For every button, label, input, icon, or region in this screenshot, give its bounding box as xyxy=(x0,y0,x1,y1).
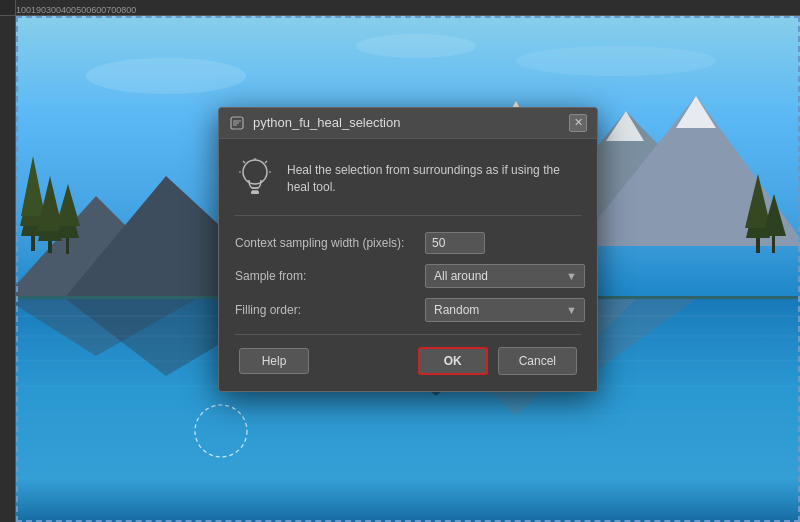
context-control xyxy=(425,232,581,254)
svg-point-2 xyxy=(356,34,476,58)
ruler-tick: 500 xyxy=(76,5,91,15)
svg-point-0 xyxy=(86,58,246,94)
filling-select[interactable]: Random Consecutive xyxy=(425,298,585,322)
ruler-tick: 100 xyxy=(16,5,31,15)
ok-button[interactable]: OK xyxy=(418,347,488,375)
separator xyxy=(235,334,581,335)
svg-marker-23 xyxy=(56,184,80,226)
svg-marker-11 xyxy=(676,96,716,128)
canvas-area: python_fu_heal_selection ✕ xyxy=(0,16,800,522)
description-text: Heal the selection from surroundings as … xyxy=(287,162,581,196)
sample-select-wrapper: All around Above and below Left and righ… xyxy=(425,264,585,288)
dialog-description-row: Heal the selection from surroundings as … xyxy=(235,155,581,216)
filling-label: Filling order: xyxy=(235,303,425,317)
svg-rect-48 xyxy=(251,191,259,194)
svg-line-50 xyxy=(265,161,267,163)
context-label: Context sampling width (pixels): xyxy=(235,236,425,250)
ruler-top: 100 190 300 400 500 600 700 800 xyxy=(0,0,800,16)
ruler-tick: 700 xyxy=(106,5,121,15)
dialog: python_fu_heal_selection ✕ xyxy=(218,107,598,392)
svg-point-1 xyxy=(516,46,716,76)
dialog-title: python_fu_heal_selection xyxy=(253,115,400,130)
bulb-icon xyxy=(235,155,275,203)
svg-marker-17 xyxy=(21,156,45,216)
sample-control: All around Above and below Left and righ… xyxy=(425,264,585,288)
btn-right-group: OK Cancel xyxy=(418,347,577,375)
dialog-body: Heal the selection from surroundings as … xyxy=(219,139,597,391)
dialog-titlebar: python_fu_heal_selection ✕ xyxy=(219,108,597,139)
cancel-button[interactable]: Cancel xyxy=(498,347,577,375)
dialog-title-left: python_fu_heal_selection xyxy=(229,115,400,131)
ruler-left xyxy=(0,16,16,522)
ruler-ticks: 100 190 300 400 500 600 700 800 xyxy=(16,0,136,15)
filling-control: Random Consecutive ▼ xyxy=(425,298,585,322)
dialog-buttons: Help OK Cancel xyxy=(235,347,581,375)
sample-select[interactable]: All around Above and below Left and righ… xyxy=(425,264,585,288)
svg-line-51 xyxy=(243,161,245,163)
ruler-tick: 600 xyxy=(91,5,106,15)
help-button[interactable]: Help xyxy=(239,348,309,374)
ruler-tick: 800 xyxy=(121,5,136,15)
ruler-corner xyxy=(0,0,16,16)
plugin-icon xyxy=(229,115,245,131)
filling-row: Filling order: Random Consecutive ▼ xyxy=(235,298,581,322)
ruler-tick: 300 xyxy=(46,5,61,15)
sample-label: Sample from: xyxy=(235,269,425,283)
sample-row: Sample from: All around Above and below … xyxy=(235,264,581,288)
app-wrapper: 100 190 300 400 500 600 700 800 xyxy=(0,0,800,522)
ruler-tick: 190 xyxy=(31,5,46,15)
context-input[interactable] xyxy=(425,232,485,254)
dialog-close-button[interactable]: ✕ xyxy=(569,114,587,132)
context-row: Context sampling width (pixels): xyxy=(235,232,581,254)
filling-select-wrapper: Random Consecutive ▼ xyxy=(425,298,585,322)
canvas-container: python_fu_heal_selection ✕ xyxy=(16,16,800,522)
ruler-tick: 400 xyxy=(61,5,76,15)
